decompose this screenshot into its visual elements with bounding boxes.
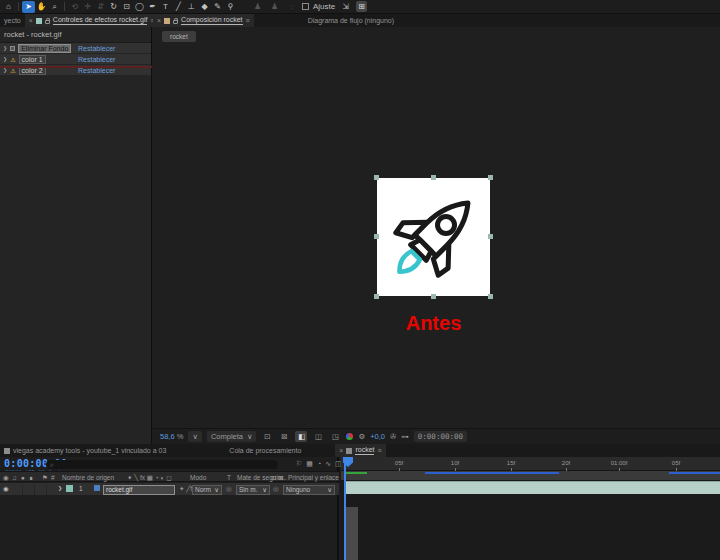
region-of-interest-icon[interactable]: ◫ (312, 431, 324, 442)
zoom-tool-icon[interactable]: ⌕ (48, 1, 61, 13)
audio-column-icon[interactable]: ♫ (12, 474, 17, 481)
clone-stamp-tool-icon[interactable]: ⊥ (185, 1, 198, 13)
tab-composition[interactable]: × Composición rocket ≡ (153, 14, 254, 27)
tab-rocket-timeline[interactable]: × rocket ≡ (335, 444, 385, 457)
effect-name[interactable]: color 1 (19, 55, 46, 64)
lock-cell[interactable] (36, 485, 47, 495)
twirl-icon[interactable]: ❯ (3, 45, 7, 51)
resolution-dropdown[interactable]: Completa∨ (207, 431, 257, 442)
selection-handle[interactable] (488, 294, 493, 299)
mask-feather-icon[interactable]: ◌ (285, 1, 298, 13)
tab-effect-controls[interactable]: × Controles de efectos rocket.gif ≡ (25, 14, 159, 27)
effect-row[interactable]: ❯ Eliminar Fondo Restablecer (0, 43, 151, 53)
selection-handle[interactable] (431, 294, 436, 299)
shrink-icon[interactable]: ⇲ (339, 1, 352, 13)
shape-tool-icon[interactable]: ◯ (133, 1, 146, 13)
mask-visibility-icon[interactable]: ⊠ (278, 431, 290, 442)
reset-link[interactable]: Restablecer (78, 56, 115, 63)
playhead-line[interactable] (344, 457, 346, 560)
brush-tool-icon[interactable]: ╱ (172, 1, 185, 13)
exposure-value[interactable]: +0,0 (370, 432, 385, 441)
selection-handle[interactable] (488, 175, 493, 180)
gear-icon[interactable]: ⚙ (358, 432, 365, 441)
roto-brush-tool-icon[interactable]: ✎ (211, 1, 224, 13)
graph-editor-icon[interactable]: ∿ (325, 460, 331, 468)
parent-link-dropdown[interactable]: Ninguno∨ (283, 485, 335, 495)
layer-twirl-icon[interactable]: ❯ (58, 485, 62, 491)
source-name-column-header[interactable]: Nombre de origen (62, 474, 114, 481)
mode-column-header[interactable]: Modo (190, 474, 206, 481)
layer-color-label[interactable] (66, 485, 73, 492)
time-ruler[interactable]: 05f 10f 15f 20f 01:00f 05f (341, 457, 720, 471)
track-scrollbar[interactable] (346, 507, 358, 560)
tab-flowchart[interactable]: Diagrama de flujo (ninguno) (304, 14, 398, 27)
home-icon[interactable]: ⌂ (2, 1, 15, 13)
parent-link-column-header[interactable]: Principal y enlace (288, 474, 339, 481)
effect-name[interactable]: Eliminar Fondo (18, 44, 71, 53)
twirl-icon[interactable]: ❯ (3, 56, 7, 62)
selection-handle[interactable] (374, 175, 379, 180)
frame-blend-icon[interactable]: ▦ (306, 460, 313, 468)
comp-shy-icon[interactable]: ⚐ (296, 460, 302, 468)
selection-tool-icon[interactable]: ➤ (22, 1, 35, 13)
tab-project[interactable]: yecto (0, 14, 25, 27)
zoom-value[interactable]: 58,6 (160, 432, 175, 441)
selection-handle[interactable] (374, 234, 379, 239)
dolly-camera-tool-icon[interactable]: ⇵ (94, 1, 107, 13)
workspace-icon[interactable]: ⊞ (356, 1, 367, 12)
reset-link[interactable]: Restablecer (78, 45, 115, 52)
solo-cell[interactable] (24, 485, 35, 495)
track-matte-dropdown[interactable]: Sin m.∨ (236, 485, 270, 495)
snap-checkbox[interactable] (302, 3, 309, 10)
orbit-camera-tool-icon[interactable]: ⟲ (68, 1, 81, 13)
comp-timecode[interactable]: 0:00:00:00 (414, 431, 467, 442)
snapshot-camera-icon[interactable]: ✇ (390, 432, 396, 441)
person-icon[interactable]: ♟ (251, 1, 264, 13)
layer-duration-bar[interactable] (346, 481, 720, 494)
transparency-grid-icon[interactable]: ◧ (295, 431, 307, 442)
work-area-bar[interactable] (341, 471, 720, 481)
close-icon[interactable]: × (339, 447, 343, 454)
show-snapshot-icon[interactable]: ⊶ (401, 432, 409, 441)
timeline-search-input[interactable]: ⌕ (46, 460, 278, 469)
lock-column-icon[interactable]: ∎ (29, 474, 33, 482)
audio-cell[interactable] (12, 485, 23, 495)
zoom-dropdown[interactable]: ∨ (188, 431, 202, 442)
motion-blur-icon[interactable]: ◔ (317, 460, 321, 468)
panel-menu-icon[interactable]: ≡ (246, 17, 250, 24)
choose-grid-icon[interactable]: ⊡ (261, 431, 273, 442)
effect-row[interactable]: ❯ ⚠ color 1 Restablecer (0, 54, 151, 64)
number-column-header: # (51, 474, 55, 481)
effect-enable-checkbox[interactable] (10, 46, 15, 51)
parent-pickwhip-icon[interactable]: ◎ (273, 485, 279, 493)
matte-pick-icon[interactable]: ◎ (226, 485, 232, 493)
channel-icon[interactable] (346, 433, 353, 440)
pan-behind-tool-icon[interactable]: ⊡ (120, 1, 133, 13)
layer-eye-icon[interactable]: ◉ (3, 485, 9, 493)
eye-column-icon[interactable]: ◉ (3, 474, 9, 482)
layer-name-field[interactable]: rocket.gif (103, 485, 175, 495)
matte-toggle-icons[interactable]: ⊡ ⊠ (271, 474, 284, 482)
selection-handle[interactable] (488, 234, 493, 239)
close-icon[interactable]: × (157, 17, 161, 24)
comp-breadcrumb-button[interactable]: rocket (162, 31, 196, 42)
tab-project-timeline[interactable]: viegas academy tools - youtube_1 vincula… (0, 444, 170, 457)
type-tool-icon[interactable]: T (159, 1, 172, 13)
selection-handle[interactable] (431, 175, 436, 180)
tab-render-queue[interactable]: Cola de procesamiento (225, 444, 305, 457)
panel-menu-icon[interactable]: ≡ (377, 447, 381, 454)
pan-camera-tool-icon[interactable]: ✛ (81, 1, 94, 13)
puppet-pin-tool-icon[interactable]: ⚲ (224, 1, 237, 13)
solo-column-icon[interactable]: ● (21, 474, 25, 481)
hand-tool-icon[interactable]: ✋ (35, 1, 48, 13)
rocket-layer[interactable] (377, 178, 490, 296)
layer-row[interactable]: ◉ ❯ 1 rocket.gif ✦ ╱fx Norm∨ ◎ Sin m.∨ ◎… (0, 483, 339, 495)
person-icon[interactable]: ♟ (268, 1, 281, 13)
pen-tool-icon[interactable]: ✒ (146, 1, 159, 13)
close-icon[interactable]: × (29, 17, 33, 24)
eraser-tool-icon[interactable]: ◆ (198, 1, 211, 13)
selection-handle[interactable] (374, 294, 379, 299)
rotation-tool-icon[interactable]: ↻ (107, 1, 120, 13)
guides-icon[interactable]: ◳ (329, 431, 341, 442)
blend-mode-dropdown[interactable]: Norm∨ (192, 485, 222, 495)
